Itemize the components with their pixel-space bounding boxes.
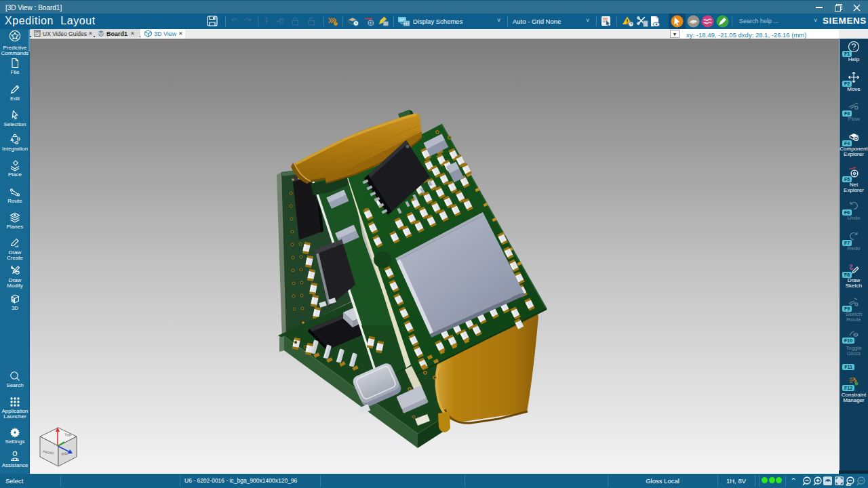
svg-text:TOP: TOP: [64, 432, 72, 437]
